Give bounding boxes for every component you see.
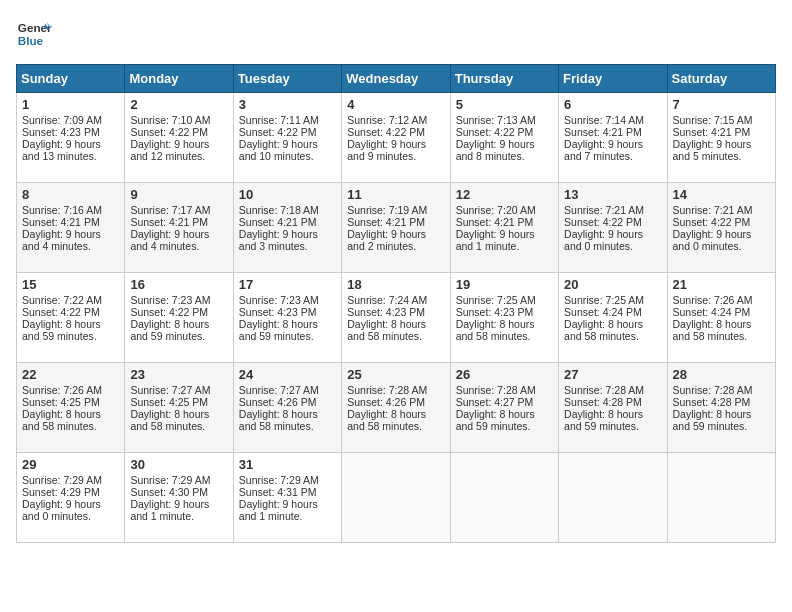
day-info-line: Daylight: 8 hours: [239, 408, 336, 420]
calendar-cell: [450, 453, 558, 543]
calendar-body: 1Sunrise: 7:09 AMSunset: 4:23 PMDaylight…: [17, 93, 776, 543]
calendar-cell: 14Sunrise: 7:21 AMSunset: 4:22 PMDayligh…: [667, 183, 775, 273]
day-info-line: Sunrise: 7:25 AM: [456, 294, 553, 306]
calendar-cell: 11Sunrise: 7:19 AMSunset: 4:21 PMDayligh…: [342, 183, 450, 273]
day-number: 9: [130, 187, 227, 202]
calendar-cell: 24Sunrise: 7:27 AMSunset: 4:26 PMDayligh…: [233, 363, 341, 453]
calendar-cell: 9Sunrise: 7:17 AMSunset: 4:21 PMDaylight…: [125, 183, 233, 273]
day-info-line: Sunrise: 7:13 AM: [456, 114, 553, 126]
calendar-cell: 1Sunrise: 7:09 AMSunset: 4:23 PMDaylight…: [17, 93, 125, 183]
day-info-line: Daylight: 8 hours: [673, 318, 770, 330]
day-info-line: Daylight: 8 hours: [239, 318, 336, 330]
day-number: 25: [347, 367, 444, 382]
day-number: 15: [22, 277, 119, 292]
day-number: 14: [673, 187, 770, 202]
day-info-line: Sunrise: 7:27 AM: [239, 384, 336, 396]
day-info-line: Daylight: 8 hours: [456, 318, 553, 330]
day-info-line: Sunrise: 7:28 AM: [347, 384, 444, 396]
day-number: 10: [239, 187, 336, 202]
day-info-line: Sunrise: 7:11 AM: [239, 114, 336, 126]
day-info-line: Sunset: 4:28 PM: [673, 396, 770, 408]
day-info-line: Daylight: 9 hours: [564, 138, 661, 150]
logo: General Blue: [16, 16, 52, 52]
calendar-cell: 29Sunrise: 7:29 AMSunset: 4:29 PMDayligh…: [17, 453, 125, 543]
day-info-line: Sunrise: 7:29 AM: [239, 474, 336, 486]
day-info-line: Sunrise: 7:23 AM: [239, 294, 336, 306]
day-info-line: and 1 minute.: [239, 510, 336, 522]
day-info-line: and 58 minutes.: [347, 330, 444, 342]
day-info-line: Sunset: 4:21 PM: [22, 216, 119, 228]
day-number: 19: [456, 277, 553, 292]
day-number: 24: [239, 367, 336, 382]
day-info-line: Sunrise: 7:26 AM: [22, 384, 119, 396]
calendar-week-row: 22Sunrise: 7:26 AMSunset: 4:25 PMDayligh…: [17, 363, 776, 453]
day-info-line: Sunrise: 7:21 AM: [564, 204, 661, 216]
day-number: 20: [564, 277, 661, 292]
day-info-line: Sunset: 4:21 PM: [456, 216, 553, 228]
day-info-line: Sunset: 4:21 PM: [673, 126, 770, 138]
page-header: General Blue: [16, 16, 776, 52]
day-info-line: Daylight: 8 hours: [130, 408, 227, 420]
day-info-line: and 0 minutes.: [564, 240, 661, 252]
day-info-line: Sunrise: 7:28 AM: [673, 384, 770, 396]
day-info-line: Sunset: 4:23 PM: [22, 126, 119, 138]
calendar-cell: 18Sunrise: 7:24 AMSunset: 4:23 PMDayligh…: [342, 273, 450, 363]
day-info-line: and 59 minutes.: [130, 330, 227, 342]
day-info-line: Daylight: 8 hours: [347, 318, 444, 330]
day-info-line: Daylight: 8 hours: [130, 318, 227, 330]
column-header-saturday: Saturday: [667, 65, 775, 93]
day-info-line: Daylight: 9 hours: [564, 228, 661, 240]
day-info-line: Sunrise: 7:15 AM: [673, 114, 770, 126]
day-number: 5: [456, 97, 553, 112]
calendar-table: SundayMondayTuesdayWednesdayThursdayFrid…: [16, 64, 776, 543]
day-info-line: Sunset: 4:28 PM: [564, 396, 661, 408]
calendar-cell: 16Sunrise: 7:23 AMSunset: 4:22 PMDayligh…: [125, 273, 233, 363]
day-info-line: Daylight: 8 hours: [564, 408, 661, 420]
day-info-line: Sunrise: 7:23 AM: [130, 294, 227, 306]
calendar-cell: 30Sunrise: 7:29 AMSunset: 4:30 PMDayligh…: [125, 453, 233, 543]
day-info-line: Sunrise: 7:22 AM: [22, 294, 119, 306]
day-info-line: and 59 minutes.: [673, 420, 770, 432]
day-info-line: Sunrise: 7:17 AM: [130, 204, 227, 216]
day-number: 23: [130, 367, 227, 382]
day-info-line: and 58 minutes.: [347, 420, 444, 432]
day-info-line: and 9 minutes.: [347, 150, 444, 162]
day-info-line: Sunrise: 7:19 AM: [347, 204, 444, 216]
day-info-line: Sunset: 4:24 PM: [564, 306, 661, 318]
day-info-line: Sunset: 4:26 PM: [239, 396, 336, 408]
day-number: 30: [130, 457, 227, 472]
day-info-line: Sunset: 4:22 PM: [673, 216, 770, 228]
day-info-line: and 59 minutes.: [456, 420, 553, 432]
calendar-cell: 2Sunrise: 7:10 AMSunset: 4:22 PMDaylight…: [125, 93, 233, 183]
day-info-line: Daylight: 9 hours: [673, 138, 770, 150]
day-info-line: Daylight: 8 hours: [22, 408, 119, 420]
calendar-cell: [342, 453, 450, 543]
day-number: 17: [239, 277, 336, 292]
calendar-cell: 13Sunrise: 7:21 AMSunset: 4:22 PMDayligh…: [559, 183, 667, 273]
day-number: 3: [239, 97, 336, 112]
day-number: 11: [347, 187, 444, 202]
day-number: 31: [239, 457, 336, 472]
day-info-line: and 1 minute.: [130, 510, 227, 522]
day-info-line: Sunset: 4:26 PM: [347, 396, 444, 408]
day-info-line: and 5 minutes.: [673, 150, 770, 162]
day-info-line: Sunset: 4:21 PM: [347, 216, 444, 228]
day-info-line: and 10 minutes.: [239, 150, 336, 162]
day-info-line: and 13 minutes.: [22, 150, 119, 162]
day-info-line: Daylight: 9 hours: [22, 138, 119, 150]
day-info-line: and 58 minutes.: [239, 420, 336, 432]
day-info-line: and 0 minutes.: [673, 240, 770, 252]
day-info-line: Sunset: 4:21 PM: [564, 126, 661, 138]
day-info-line: Daylight: 9 hours: [239, 138, 336, 150]
day-info-line: and 1 minute.: [456, 240, 553, 252]
day-info-line: and 58 minutes.: [673, 330, 770, 342]
day-info-line: Daylight: 8 hours: [564, 318, 661, 330]
day-number: 6: [564, 97, 661, 112]
day-info-line: Sunrise: 7:12 AM: [347, 114, 444, 126]
day-info-line: Sunset: 4:22 PM: [130, 126, 227, 138]
calendar-cell: 3Sunrise: 7:11 AMSunset: 4:22 PMDaylight…: [233, 93, 341, 183]
day-info-line: and 58 minutes.: [130, 420, 227, 432]
calendar-cell: 5Sunrise: 7:13 AMSunset: 4:22 PMDaylight…: [450, 93, 558, 183]
column-header-friday: Friday: [559, 65, 667, 93]
calendar-cell: 7Sunrise: 7:15 AMSunset: 4:21 PMDaylight…: [667, 93, 775, 183]
